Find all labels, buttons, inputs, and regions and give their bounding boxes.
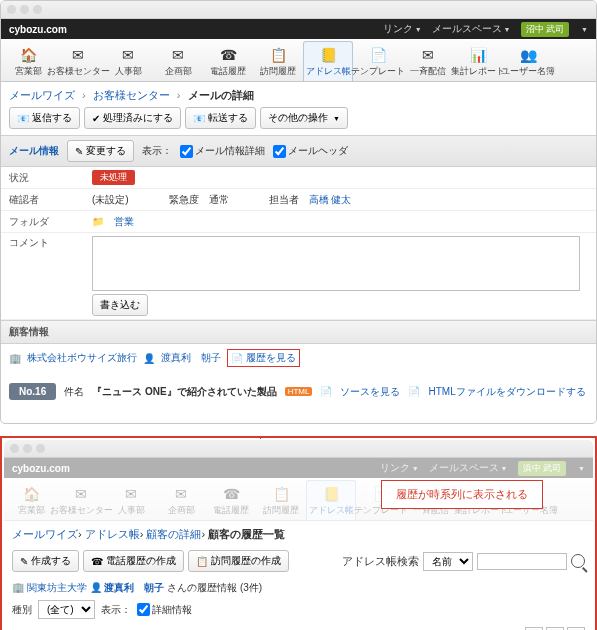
user-menu-chevron-icon[interactable]: ▼ bbox=[581, 26, 588, 33]
nav-label: 人事部 bbox=[118, 504, 145, 517]
nav-template[interactable]: 📄テンプレート bbox=[353, 41, 403, 81]
history-icon: 📄 bbox=[231, 353, 243, 364]
create-phone-button[interactable]: ☎ 電話履歴の作成 bbox=[83, 550, 184, 572]
subject-row: No.16 件名 『ニュース ONE』で紹介されていた製品 HTML 📄ソースを… bbox=[1, 378, 596, 405]
nav-label: お客様センター bbox=[47, 65, 110, 78]
customer-title-row: 🏢 関東坊主大学 👤 渡真利 朝子 さんの履歴情報 (3件) bbox=[4, 576, 593, 597]
cb-detail-info[interactable]: 詳細情報 bbox=[137, 603, 192, 617]
history-link[interactable]: 履歴を見る bbox=[246, 351, 296, 365]
tab-mail-info[interactable]: メール情報 bbox=[9, 144, 59, 158]
download-html-link[interactable]: HTMLファイルをダウンロードする bbox=[428, 385, 585, 399]
user-list-icon: 👥 bbox=[517, 46, 539, 64]
nav-phone-history[interactable]: ☎電話履歴 bbox=[206, 480, 256, 520]
nav-customer-center[interactable]: ✉お客様センター bbox=[53, 41, 103, 81]
address-icon: 📒 bbox=[320, 485, 342, 503]
nav-user-list[interactable]: 👥ユーザー名簿 bbox=[503, 41, 553, 81]
download-icon: 📄 bbox=[408, 386, 420, 397]
search-icon[interactable] bbox=[571, 554, 585, 568]
crumb-app[interactable]: メールワイズ bbox=[9, 89, 75, 101]
person-link[interactable]: 渡真利 朝子 bbox=[161, 351, 221, 365]
company-link[interactable]: 株式会社ボウサイズ旅行 bbox=[27, 351, 137, 365]
template-icon: 📄 bbox=[367, 46, 389, 64]
nav-address[interactable]: 📒アドレス帳 bbox=[306, 480, 356, 520]
nav-planning[interactable]: ✉企画部 bbox=[156, 480, 206, 520]
create-button[interactable]: ✎ 作成する bbox=[12, 550, 79, 572]
org-link[interactable]: 関東坊主大学 bbox=[27, 582, 87, 593]
form: 状況 未処理 確認者 (未設定) 緊急度 通常 担当者 高橋 健太 フォルダ 📁… bbox=[1, 167, 596, 320]
user-badge[interactable]: 沼中 武司 bbox=[521, 22, 570, 37]
nav-visit-history[interactable]: 📋訪問履歴 bbox=[256, 480, 306, 520]
visit-history-icon: 📋 bbox=[270, 485, 292, 503]
urgency-value: 通常 bbox=[209, 193, 229, 207]
highlighted-window-frame: cybozu.com リンク▼ メールスペース▼ 浜中 武司▼ 🏠宮業部✉お客様… bbox=[0, 436, 597, 630]
forward-button[interactable]: 📧 転送する bbox=[185, 107, 256, 129]
mailspace-menu[interactable]: メールスペース▼ bbox=[432, 22, 511, 36]
write-button[interactable]: 書き込む bbox=[92, 294, 148, 316]
nav-customer-center[interactable]: ✉お客様センター bbox=[56, 480, 106, 520]
search-field-select[interactable]: 名前 bbox=[423, 552, 473, 571]
reply-button[interactable]: 📧 返信する bbox=[9, 107, 80, 129]
nav-hr[interactable]: ✉人事部 bbox=[106, 480, 156, 520]
nav-label: 企画部 bbox=[168, 504, 195, 517]
topbar: cybozu.com リンク▼ メールスペース▼ 沼中 武司 ▼ bbox=[1, 19, 596, 39]
search-input[interactable] bbox=[477, 553, 567, 570]
change-button[interactable]: ✎ 変更する bbox=[67, 140, 134, 162]
window-controls[interactable] bbox=[7, 5, 42, 14]
nav-visit-history[interactable]: 📋訪問履歴 bbox=[253, 41, 303, 81]
pager: |◀ ◀ ▶ bbox=[4, 624, 593, 630]
folder-link[interactable]: 営業 bbox=[114, 215, 134, 229]
cb-mail-detail[interactable]: メール情報詳細 bbox=[180, 144, 265, 158]
nav-report[interactable]: 📊集計レポート bbox=[453, 41, 503, 81]
nav-label: アドレス帳 bbox=[306, 65, 351, 78]
status-label: 状況 bbox=[1, 168, 86, 188]
hr-icon: ✉ bbox=[120, 485, 142, 503]
comment-textarea[interactable] bbox=[92, 236, 580, 291]
search-label: アドレス帳検索 bbox=[342, 554, 419, 569]
nav-label: 宮業部 bbox=[15, 65, 42, 78]
person-link-2[interactable]: 渡真利 朝子 bbox=[104, 582, 164, 593]
type-filter-select[interactable]: (全て) bbox=[38, 600, 95, 619]
batch-assign-icon: ✉ bbox=[417, 46, 439, 64]
home-icon: 🏠 bbox=[17, 46, 39, 64]
nav-label: 電話履歴 bbox=[213, 504, 249, 517]
customer-center-icon: ✉ bbox=[70, 485, 92, 503]
nav-home[interactable]: 🏠宮業部 bbox=[6, 480, 56, 520]
nav-address[interactable]: 📒アドレス帳 bbox=[303, 41, 353, 81]
assignee-link[interactable]: 高橋 健太 bbox=[309, 193, 352, 207]
nav-phone-history[interactable]: ☎電話履歴 bbox=[203, 41, 253, 81]
org-icon: 🏢 bbox=[12, 582, 24, 593]
nav-planning[interactable]: ✉企画部 bbox=[153, 41, 203, 81]
address-icon: 📒 bbox=[317, 46, 339, 64]
person-icon-2: 👤 bbox=[90, 582, 102, 593]
status-badge: 未処理 bbox=[92, 170, 135, 185]
mark-done-button[interactable]: ✔ 処理済みにする bbox=[84, 107, 181, 129]
nav-home[interactable]: 🏠宮業部 bbox=[3, 41, 53, 81]
iconbar: 🏠宮業部✉お客様センター✉人事部✉企画部☎電話履歴📋訪問履歴📒アドレス帳📄テンプ… bbox=[1, 39, 596, 82]
nav-hr[interactable]: ✉人事部 bbox=[103, 41, 153, 81]
nav-label: アドレス帳 bbox=[309, 504, 354, 517]
window-controls-2[interactable] bbox=[10, 444, 45, 453]
urgency-label: 緊急度 bbox=[169, 193, 199, 207]
nav-label: 訪問履歴 bbox=[263, 504, 299, 517]
history-link-highlight: 📄 履歴を見る bbox=[227, 349, 300, 367]
type-filter-label: 種別 bbox=[12, 603, 32, 617]
crumb2-detail[interactable]: 顧客の詳細 bbox=[146, 528, 201, 540]
show-label-2: 表示： bbox=[101, 603, 131, 617]
planning-icon: ✉ bbox=[167, 46, 189, 64]
brand: cybozu.com bbox=[9, 24, 67, 35]
folder-label: フォルダ bbox=[1, 212, 86, 232]
confirm-label: 確認者 bbox=[1, 190, 86, 210]
titlebar bbox=[1, 1, 596, 19]
view-source-link[interactable]: ソースを見る bbox=[340, 385, 400, 399]
filter-row: 種別 (全て) 表示： 詳細情報 bbox=[4, 597, 593, 624]
crumb-section[interactable]: お客様センター bbox=[93, 89, 170, 101]
crumb2-app[interactable]: メールワイズ bbox=[12, 528, 78, 540]
show-label: 表示： bbox=[142, 144, 172, 158]
history-count: さんの履歴情報 (3件) bbox=[167, 582, 262, 593]
nav-batch-assign[interactable]: ✉一斉配信 bbox=[403, 41, 453, 81]
link-menu[interactable]: リンク▼ bbox=[383, 22, 422, 36]
cb-mail-header[interactable]: メールヘッダ bbox=[273, 144, 348, 158]
crumb2-address[interactable]: アドレス帳 bbox=[85, 528, 140, 540]
create-visit-button[interactable]: 📋 訪問履歴の作成 bbox=[188, 550, 289, 572]
other-actions-button[interactable]: その他の操作 ▼ bbox=[260, 107, 348, 129]
